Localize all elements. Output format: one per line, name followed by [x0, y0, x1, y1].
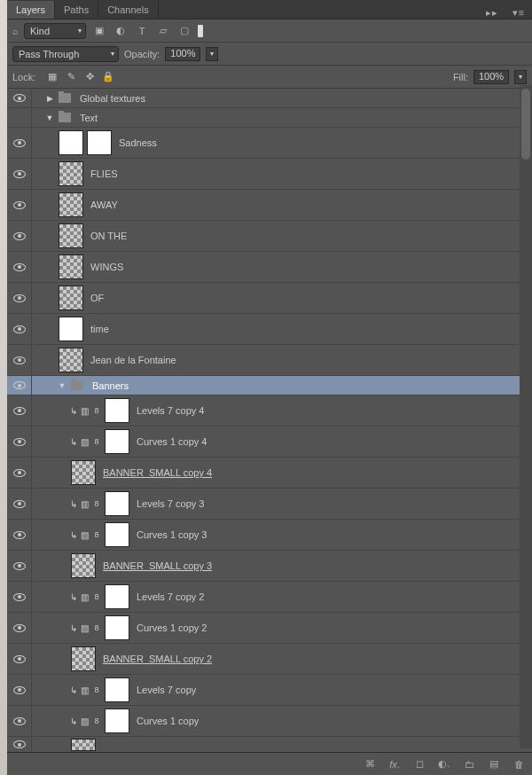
visibility-toggle[interactable] [7, 644, 32, 674]
layer-name[interactable]: time [90, 324, 109, 334]
group-icon[interactable]: 🗀 [463, 759, 475, 770]
visibility-toggle[interactable] [7, 252, 32, 282]
visibility-toggle[interactable] [7, 108, 32, 127]
filter-smart-icon[interactable]: ▢ [176, 23, 192, 39]
visibility-toggle[interactable] [7, 613, 32, 643]
layer-thumbnail[interactable] [59, 192, 83, 217]
filter-shape-icon[interactable]: ▱ [155, 23, 171, 39]
layer-name[interactable]: Curves 1 copy 2 [137, 622, 207, 633]
lock-transparent-icon[interactable]: ▦ [44, 69, 60, 85]
layer-thumbnail[interactable] [59, 161, 83, 186]
layer-row[interactable]: AWAY [7, 190, 532, 221]
layer-thumbnail[interactable] [59, 286, 83, 310]
layer-name[interactable]: Levels 7 copy 4 [137, 405, 204, 416]
layer-row[interactable]: Jean de la Fontaine [7, 345, 532, 376]
layer-name[interactable]: Global textures [80, 93, 145, 104]
layer-name[interactable]: BANNER_SMALL copy 4 [103, 467, 212, 478]
visibility-toggle[interactable] [7, 551, 32, 581]
visibility-toggle[interactable] [7, 159, 32, 189]
visibility-toggle[interactable] [7, 128, 32, 158]
layer-row[interactable]: BANNER_SMALL copy 2 [7, 644, 532, 675]
layer-name[interactable]: OF [90, 293, 104, 303]
layer-group-row[interactable]: ▼Banners [7, 376, 532, 395]
visibility-toggle[interactable] [7, 314, 32, 344]
layer-thumbnail[interactable] [59, 254, 83, 279]
filter-adjust-icon[interactable]: ◐ [113, 23, 129, 39]
scrollbar-thumb[interactable] [521, 89, 530, 160]
visibility-toggle[interactable] [7, 675, 32, 705]
filter-kind-dropdown[interactable]: Kind [24, 23, 86, 39]
layer-row[interactable]: BANNER_SMALL copy 3 [7, 551, 532, 582]
collapse-icon[interactable]: ▸▸ [479, 7, 505, 19]
filter-pixel-icon[interactable]: ▣ [91, 23, 107, 39]
fx-icon[interactable]: fx. [388, 759, 401, 770]
tab-layers[interactable]: Layers [7, 1, 55, 19]
layer-row[interactable]: ↳▨8Curves 1 copy 3 [7, 520, 532, 551]
layer-row[interactable]: Sadness [7, 128, 532, 159]
mask-thumbnail[interactable] [105, 677, 129, 702]
layer-thumbnail[interactable] [59, 317, 83, 341]
visibility-toggle[interactable] [7, 89, 32, 107]
layer-row[interactable]: ↳▥8Levels 7 copy 2 [7, 582, 532, 613]
layer-name[interactable]: Curves 1 copy [137, 716, 199, 726]
layer-row[interactable]: OF [7, 283, 532, 314]
layer-group-row[interactable]: ▼Text [7, 108, 532, 128]
mask-thumbnail[interactable] [105, 398, 129, 423]
layer-row[interactable]: ↳▨8Curves 1 copy [7, 706, 532, 737]
layer-row[interactable]: ↳▥8Levels 7 copy [7, 675, 532, 706]
layer-name[interactable]: WINGS [90, 262, 123, 272]
visibility-toggle[interactable] [7, 190, 32, 220]
scrollbar[interactable] [520, 85, 532, 748]
visibility-toggle[interactable] [7, 395, 32, 426]
layer-row[interactable]: ↳▨8Curves 1 copy 2 [7, 613, 532, 644]
fill-stepper[interactable]: ▾ [514, 70, 527, 84]
layer-thumbnail[interactable] [59, 130, 83, 155]
layer-name[interactable]: AWAY [90, 200, 118, 210]
layer-row[interactable]: ON THE [7, 221, 532, 252]
layer-name[interactable]: Levels 7 copy 3 [137, 498, 204, 509]
mask-thumbnail[interactable] [105, 708, 129, 733]
layer-group-row[interactable]: ▶Global textures [7, 89, 532, 108]
visibility-toggle[interactable] [7, 489, 32, 519]
layer-name[interactable]: Curves 1 copy 3 [137, 529, 207, 540]
blend-mode-dropdown[interactable]: Pass Through [12, 46, 119, 62]
lock-pixels-icon[interactable]: ✎ [63, 69, 79, 85]
layer-thumbnail[interactable] [71, 646, 96, 671]
visibility-toggle[interactable] [7, 345, 32, 375]
layer-row[interactable]: ↳▥8Levels 7 copy 4 [7, 395, 532, 427]
link-layers-icon[interactable]: ⌘ [364, 758, 376, 770]
visibility-toggle[interactable] [7, 283, 32, 313]
adjustment-icon[interactable]: ◐. [438, 758, 450, 770]
visibility-toggle[interactable] [7, 737, 32, 752]
layer-name[interactable]: Jean de la Fontaine [90, 355, 176, 365]
layer-thumbnail[interactable] [71, 460, 96, 485]
layer-name[interactable]: Levels 7 copy [137, 685, 196, 695]
filter-type-icon[interactable]: T [134, 23, 150, 39]
layer-name[interactable]: BANNER_SMALL copy 2 [103, 654, 212, 664]
visibility-toggle[interactable] [7, 221, 32, 251]
visibility-toggle[interactable] [7, 520, 32, 550]
visibility-toggle[interactable] [7, 427, 32, 457]
mask-thumbnail[interactable] [105, 491, 129, 516]
layer-name[interactable]: BANNER_SMALL copy 3 [103, 560, 212, 571]
mask-thumbnail[interactable] [105, 584, 129, 609]
visibility-toggle[interactable] [7, 706, 32, 736]
tab-channels[interactable]: Channels [98, 1, 158, 19]
layer-row[interactable]: ↳▨8Curves 1 copy 4 [7, 427, 532, 458]
layer-row[interactable]: WINGS [7, 252, 532, 283]
visibility-toggle[interactable] [7, 582, 32, 612]
chevron-down-icon[interactable]: ▼ [57, 381, 67, 390]
layer-row[interactable]: time [7, 314, 532, 345]
trash-icon[interactable]: 🗑 [512, 759, 525, 770]
layer-thumbnail[interactable] [59, 348, 83, 372]
chevron-right-icon[interactable]: ▶ [44, 94, 55, 103]
mask-thumbnail[interactable] [105, 522, 129, 547]
tab-paths[interactable]: Paths [55, 1, 98, 19]
layer-name[interactable]: Levels 7 copy 2 [137, 591, 204, 602]
layer-row[interactable]: BANNER_SMALL copy 4 [7, 458, 532, 489]
visibility-toggle[interactable] [7, 376, 32, 395]
mask-thumbnail[interactable] [87, 130, 112, 155]
layer-thumbnail[interactable] [71, 553, 96, 578]
opacity-input[interactable]: 100% [165, 47, 200, 61]
fill-input[interactable]: 100% [473, 70, 509, 84]
